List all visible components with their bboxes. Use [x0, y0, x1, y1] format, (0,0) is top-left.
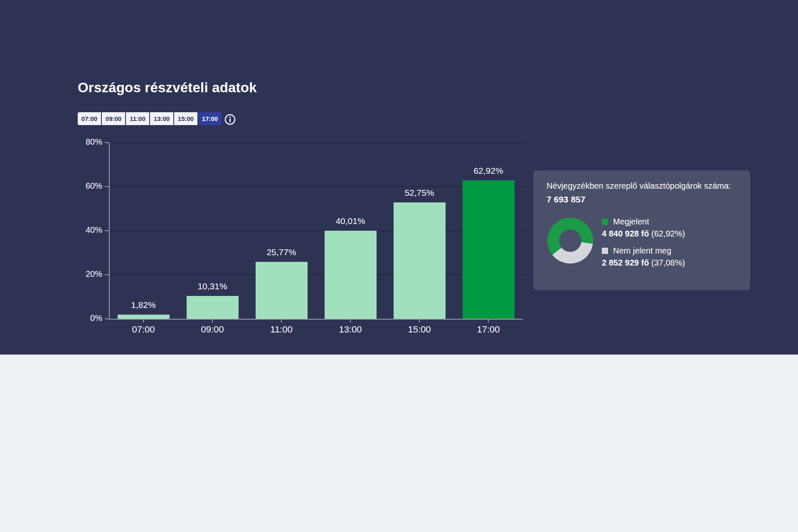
y-axis-label-40: 40% [77, 225, 102, 235]
bar-value-label-1700: 62,92% [454, 166, 523, 176]
gridline-40 [109, 230, 523, 231]
x-axis-tick [419, 320, 420, 323]
legend-row-1: Megjelent4 840 928 fő (62,92%) [602, 217, 685, 239]
y-axis-label-20: 20% [77, 269, 102, 279]
legend-label: Megjelent [613, 217, 649, 227]
y-axis-tick [105, 142, 109, 143]
bar-1500[interactable] [394, 202, 446, 319]
bar-value-label-1500: 52,75% [385, 188, 454, 198]
turnout-donut-chart [547, 218, 593, 264]
y-axis-tick [105, 230, 109, 231]
legend-label: Nem jelent meg [613, 246, 671, 256]
x-axis-label-1700: 17:00 [454, 324, 523, 335]
x-axis-tick [212, 320, 213, 323]
legend-value: 4 840 928 fő (62,92%) [602, 229, 685, 239]
y-axis-label-0: 0% [77, 313, 102, 323]
bar-value-label-1100: 25,77% [247, 247, 316, 257]
y-axis-tick [105, 186, 109, 187]
x-axis-label-1100: 11:00 [247, 324, 316, 335]
x-axis-tick [281, 320, 282, 323]
x-axis-label-0900: 09:00 [178, 324, 247, 335]
bar-value-label-0900: 10,31% [178, 281, 247, 291]
bar-0900[interactable] [187, 296, 239, 319]
bar-1100[interactable] [256, 262, 308, 319]
x-axis-tick [488, 320, 489, 323]
legend-swatch-green [602, 219, 608, 225]
x-axis-line [109, 319, 523, 320]
x-axis-label-1300: 13:00 [316, 324, 385, 335]
bar-value-label-1300: 40,01% [316, 216, 385, 226]
gridline-20 [109, 274, 523, 275]
legend-row-2: Nem jelent meg2 852 929 fő (37,08%) [602, 246, 685, 268]
y-axis-tick [105, 318, 109, 319]
bar-1300[interactable] [325, 231, 377, 319]
light-footer-section: Forrás: www.vtr.valasztas.hu/ogy2022 [0, 355, 798, 532]
donut-legend: Megjelent4 840 928 fő (62,92%)Nem jelent… [602, 217, 685, 275]
x-axis-tick [143, 320, 144, 323]
summary-panel: Névjegyzékben szereplő választópolgárok … [533, 170, 750, 290]
page: Országos részvételi adatok 07:0009:0011:… [0, 0, 798, 532]
y-axis-label-80: 80% [77, 137, 102, 147]
bar-0700[interactable] [118, 315, 170, 319]
bar-1700[interactable] [463, 180, 515, 319]
donut-hole [559, 229, 581, 252]
gridline-80 [109, 142, 523, 143]
x-axis-tick [350, 320, 351, 323]
gridline-60 [109, 186, 523, 187]
legend-value: 2 852 929 fő (37,08%) [602, 258, 685, 268]
x-axis-label-1500: 15:00 [385, 324, 454, 335]
panel-total-count: 7 693 857 [547, 195, 585, 204]
y-axis-label-60: 60% [77, 181, 102, 191]
y-axis-line [109, 143, 110, 319]
panel-title: Névjegyzékben szereplő választópolgárok … [547, 181, 731, 191]
y-axis-tick [105, 274, 109, 275]
dark-hero-section: Országos részvételi adatok 07:0009:0011:… [0, 0, 798, 355]
x-axis-label-0700: 07:00 [109, 324, 178, 335]
bar-value-label-0700: 1,82% [109, 300, 178, 310]
legend-swatch-gray [602, 248, 608, 254]
